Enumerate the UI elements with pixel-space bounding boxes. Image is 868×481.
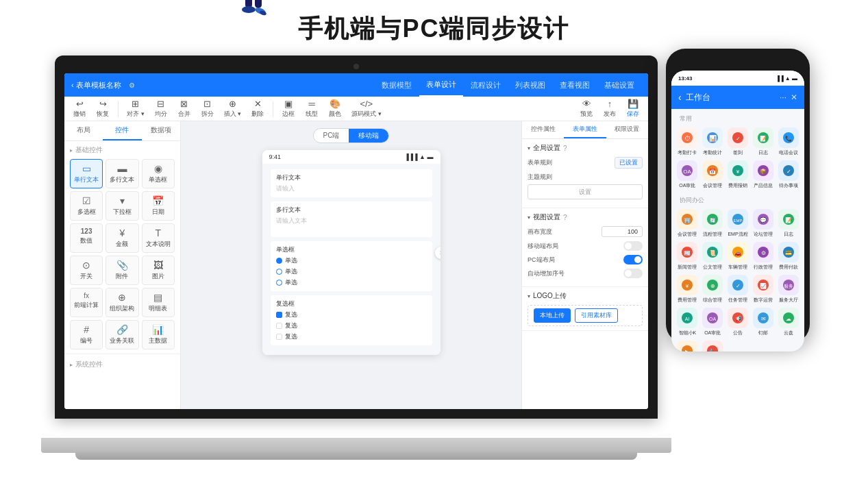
app-item-report[interactable]: 🔧 我要报障 xyxy=(702,341,723,352)
app-item-service[interactable]: 服务 服务大厅 xyxy=(778,275,799,304)
app-item-admin[interactable]: ⚙ 行政管理 xyxy=(752,242,773,271)
toolbar-source[interactable]: </> 源码模式 ▾ xyxy=(349,97,384,120)
app-item-emp[interactable]: EMP EMP流程 xyxy=(728,209,749,238)
toggle-mobile[interactable]: 移动端 xyxy=(349,129,388,143)
nav-tab-form-design[interactable]: 表单设计 xyxy=(419,73,463,97)
rp-auto-seq-toggle[interactable] xyxy=(623,269,643,278)
app-item-kaoqin-tongji[interactable]: 📊 考勤统计 xyxy=(702,127,723,156)
toolbar-publish[interactable]: ↑ 发布 xyxy=(600,97,619,120)
rp-theme-input[interactable]: 设置 xyxy=(528,184,643,199)
app-item-official-doc[interactable]: 📜 公文管理 xyxy=(702,242,723,271)
phone-back-icon[interactable]: ‹ xyxy=(678,92,682,103)
toolbar-distribute[interactable]: ⊟ 均分 xyxy=(151,97,171,120)
radio-item-3[interactable]: 单选 xyxy=(276,278,427,287)
nav-tab-flow-design[interactable]: 流程设计 xyxy=(464,73,508,97)
control-masterdata[interactable]: 📊 主数据 xyxy=(142,320,175,349)
phone-close-icon[interactable]: ✕ xyxy=(791,92,797,102)
toolbar-merge[interactable]: ⊠ 合并 xyxy=(175,97,194,120)
control-checkbox[interactable]: ☑ 多选框 xyxy=(70,191,103,221)
app-item-conference-call[interactable]: 📞 电话会议 xyxy=(778,127,799,156)
nav-tab-settings[interactable]: 基础设置 xyxy=(597,73,641,97)
checkbox-item-3[interactable]: 复选 xyxy=(276,332,427,341)
nav-back[interactable]: ‹ 表单模板名称 xyxy=(71,80,121,90)
toolbar-redo[interactable]: ↪ 恢复 xyxy=(93,97,112,120)
control-number[interactable]: 123 数值 xyxy=(70,223,103,253)
app-item-digital[interactable]: 📈 数字运营 xyxy=(752,275,773,304)
control-single-text[interactable]: ▭ 单行文本 xyxy=(70,159,103,188)
app-item-forum[interactable]: 💬 论坛管理 xyxy=(752,209,773,238)
rp-tab-permissions[interactable]: 权限设置 xyxy=(606,121,648,138)
app-item-oa2[interactable]: OA OA审批 xyxy=(702,308,723,336)
rp-tab-control-props[interactable]: 控件属性 xyxy=(522,121,564,138)
toolbar-border[interactable]: ▣ 边框 xyxy=(279,97,298,120)
toolbar-preview[interactable]: 👁 预览 xyxy=(577,97,596,120)
app-item-todo[interactable]: ✓ 待办事项 xyxy=(778,160,799,189)
form-field-textarea-input[interactable]: 请输入文本 xyxy=(276,217,427,233)
app-item-cloud[interactable]: ☁ 云盘 xyxy=(778,308,799,336)
toolbar-align[interactable]: ⊞ 对齐 ▾ xyxy=(124,97,147,120)
control-calc[interactable]: fx 前端计算 xyxy=(70,288,103,317)
toolbar-delete[interactable]: ✕ 删除 xyxy=(248,97,267,120)
control-date[interactable]: 📅 日期 xyxy=(142,191,175,221)
rp-tab-form-props[interactable]: 表单属性 xyxy=(564,121,606,138)
toolbar-color[interactable]: 🎨 颜色 xyxy=(325,97,345,120)
nav-settings-icon[interactable]: ⚙ xyxy=(129,82,135,89)
control-dropdown[interactable]: ▾ 下拉框 xyxy=(106,191,138,221)
app-item-log2[interactable]: 📝 日志 xyxy=(778,209,799,238)
app-item-expense2[interactable]: ¥ 费用管理 xyxy=(677,275,698,304)
form-field-text-input[interactable]: 请输入 xyxy=(276,184,427,193)
nav-tab-view[interactable]: 查看视图 xyxy=(553,73,597,97)
rp-upload-material-btn[interactable]: 引用素材库 xyxy=(575,308,618,323)
toolbar-linetype[interactable]: ═ 线型 xyxy=(302,97,321,120)
toolbar-undo[interactable]: ↩ 撤销 xyxy=(70,97,89,120)
control-amount[interactable]: ¥ 金额 xyxy=(106,223,138,253)
control-sn[interactable]: # 编号 xyxy=(70,320,103,349)
nav-tab-data-model[interactable]: 数据模型 xyxy=(375,73,419,97)
panel-tab-controls[interactable]: 控件 xyxy=(103,121,141,140)
app-item-ai[interactable]: AI 智能小K xyxy=(677,308,698,336)
nav-tab-list-view[interactable]: 列表视图 xyxy=(508,73,552,97)
app-item-workflow[interactable]: 🔄 流程管理 xyxy=(702,209,723,238)
app-item-meeting[interactable]: 📅 会议管理 xyxy=(702,160,723,189)
app-item-kaoqin-daka[interactable]: ⏱ 考勤打卡 xyxy=(677,127,698,156)
control-attachment[interactable]: 📎 附件 xyxy=(106,256,138,285)
radio-item-2[interactable]: 单选 xyxy=(276,267,427,276)
app-item-pay[interactable]: 💳 费用付款 xyxy=(778,242,799,271)
toggle-pc[interactable]: PC端 xyxy=(314,129,349,143)
control-multi-text[interactable]: ▬ 多行文本 xyxy=(106,159,138,188)
phone-menu-icon[interactable]: ··· xyxy=(780,92,786,102)
toolbar-split[interactable]: ⊡ 拆分 xyxy=(198,97,217,120)
control-image[interactable]: 🖼 图片 xyxy=(142,256,175,285)
app-item-meeting2[interactable]: 🏢 会议管理 xyxy=(677,209,698,238)
checkbox-item-2[interactable]: 复选 xyxy=(276,321,427,330)
app-item-vehicle[interactable]: 🚗 车辆管理 xyxy=(728,242,749,271)
rp-upload-local-btn[interactable]: 本地上传 xyxy=(534,308,571,323)
app-item-product[interactable]: 📦 产品信息 xyxy=(752,160,773,189)
app-item-task[interactable]: ✓ 任务管理 xyxy=(728,275,749,304)
app-item-rizhi[interactable]: 📝 日志 xyxy=(752,127,773,156)
checkbox-item-1[interactable]: 复选 xyxy=(276,310,427,319)
app-item-qiandao[interactable]: ✓ 签到 xyxy=(728,127,749,156)
toolbar-insert[interactable]: ⊕ 插入 ▾ xyxy=(221,97,245,120)
app-item-expense[interactable]: ¥ 费用报销 xyxy=(728,160,749,189)
control-bizref[interactable]: 🔗 业务关联 xyxy=(106,320,138,349)
control-org[interactable]: ⊕ 组织架构 xyxy=(106,288,138,317)
control-switch[interactable]: ⊙ 开关 xyxy=(70,256,103,285)
app-item-mail[interactable]: ✉ 钉邮 xyxy=(752,308,773,336)
panel-tab-data[interactable]: 数据项 xyxy=(142,121,180,140)
radio-item-1[interactable]: 单选 xyxy=(276,256,427,265)
panel-tab-layout[interactable]: 布局 xyxy=(64,121,103,140)
control-desc[interactable]: T 文本说明 xyxy=(142,223,175,253)
app-item-oa[interactable]: OA OA审批 xyxy=(677,160,698,189)
app-item-mgmt[interactable]: ⊕ 综合管理 xyxy=(702,275,723,304)
app-item-notice[interactable]: 📢 公告 xyxy=(728,308,749,336)
app-item-news[interactable]: 📰 新闻管理 xyxy=(677,242,698,271)
toolbar-save[interactable]: 💾 保存 xyxy=(623,97,643,120)
rp-form-rule-value[interactable]: 已设置 xyxy=(615,157,643,169)
control-radio[interactable]: ◉ 单选框 xyxy=(142,159,175,188)
app-item-video[interactable]: ▶ 视频会议 xyxy=(677,341,698,352)
control-detail[interactable]: ▤ 明细表 xyxy=(142,288,175,317)
rp-pc-layout-toggle[interactable] xyxy=(623,255,643,264)
rp-canvas-width-input[interactable] xyxy=(602,226,643,237)
rp-mobile-layout-toggle[interactable] xyxy=(623,241,643,251)
